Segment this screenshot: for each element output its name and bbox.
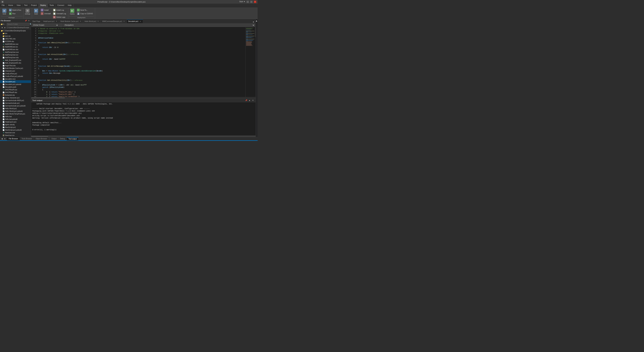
tree-item-root[interactable]: 📁 C:\Users\Alex\Desktop\Scripts: [0, 29, 31, 32]
list-item[interactable]: ⚙ Add4048User.exe: [0, 43, 31, 45]
tab-tools[interactable]: Tools: [48, 4, 56, 7]
list-item[interactable]: 🖼 NewUser.ico: [0, 134, 31, 137]
list-item[interactable]: 📄 NewScript.ps1.psbuild: [0, 129, 31, 131]
tab-decodehr[interactable]: Decodehr.ps1 ✕: [127, 19, 143, 23]
ribbon-btn-copy-cd[interactable]: 💾 Copy to CD/DVD: [76, 12, 94, 15]
ribbon-btn-install[interactable]: ⇓ Install: [40, 8, 52, 12]
list-item[interactable]: 📄 Hello World.ps1: [0, 107, 31, 110]
list-item[interactable]: 📄 16017481.vbs: [0, 37, 31, 40]
scrollbar-thumb[interactable]: [31, 97, 65, 98]
list-item-selected[interactable]: 📄 Decodehr.ps1: [0, 80, 31, 83]
list-item[interactable]: 📄 lightin.wixobj: [0, 123, 31, 126]
list-item[interactable]: 🖼 Add4048User.ico: [0, 45, 31, 48]
forward-icon[interactable]: ►: [4, 26, 6, 29]
tab-output[interactable]: Output: [50, 137, 58, 140]
tree-item-bin[interactable]: 📁 bin: [0, 32, 31, 35]
minimize-button[interactable]: —: [246, 1, 249, 3]
list-item[interactable]: 🖼 AddTempUser.ico: [0, 53, 31, 56]
tree-item-testme[interactable]: 📁 test me: [0, 35, 31, 37]
panel-collapse-icon[interactable]: ◀: [256, 20, 258, 22]
tab-tool-output[interactable]: Tool output: [67, 137, 78, 140]
ribbon-btn-run[interactable]: ▶ Run: [8, 12, 22, 15]
minimap-scrollbar[interactable]: [255, 27, 256, 97]
list-item[interactable]: 📄 Decodehr.psd1: [0, 86, 31, 88]
list-item[interactable]: 📦 Extracted.zip: [0, 94, 31, 96]
list-item[interactable]: 📄 CmdLetTest.ps1: [0, 72, 31, 75]
navigation-selector[interactable]: (Navigation): [63, 24, 255, 27]
tool-output-close-icon[interactable]: ✕: [252, 99, 254, 102]
ribbon-btn-build-run[interactable]: ▶ Build & Run: [8, 8, 22, 12]
list-item[interactable]: 📄 NewScript.ps1: [0, 126, 31, 129]
list-item[interactable]: 📄 ArgonTest.vbs: [0, 64, 31, 67]
style-label[interactable]: Style ▼: [239, 1, 245, 3]
list-item[interactable]: 📄 HelpExport.ps1: [0, 120, 31, 123]
list-item[interactable]: 📄 Add4048User.vbs: [0, 48, 31, 51]
tab-build-module[interactable]: Build Module Cache.ps1 ✕: [59, 19, 83, 23]
list-item[interactable]: 📄 funny character.ps1: [0, 96, 31, 99]
tab-helpexport[interactable]: HelpExport.ps1 ✕: [42, 19, 59, 23]
tool-output-pin-icon[interactable]: 📌: [245, 99, 248, 102]
tab-start-page[interactable]: Start Page: [31, 19, 42, 23]
ribbon-btn-installer-build[interactable]: ▶ Build: [33, 8, 40, 15]
list-item[interactable]: ⚙ Add_EmployeeID.exe: [0, 59, 31, 61]
tab-decodehr-close[interactable]: ✕: [139, 20, 142, 23]
list-item[interactable]: 📄 Hello.bat: [0, 115, 31, 118]
tool-output-expand-icon[interactable]: ▲: [248, 99, 251, 102]
tab-object-browser[interactable]: Object Browser: [34, 137, 49, 140]
list-item[interactable]: 📄 Build Module Cache.ps1: [0, 67, 31, 69]
tab-hello-world[interactable]: Hello World.ps1 ✕: [83, 19, 101, 23]
tool-output-content[interactable]: SAPIEN Package and Deploy Tool 4.2 (c) 2…: [31, 102, 256, 136]
app-icon[interactable]: ■: [1, 1, 4, 3]
horizontal-scrollbar[interactable]: [31, 97, 256, 98]
ribbon-btn-delete-logo[interactable]: 🗑 Delete Logo: [52, 15, 67, 19]
list-item[interactable]: 📄 AddTempUser.vbs: [0, 56, 31, 59]
list-item[interactable]: 📄 Add_EmployeeID.vbs: [0, 61, 31, 64]
list-item[interactable]: ⚙ AddTempUser.exe: [0, 51, 31, 53]
list-item[interactable]: 📄 Hello.bat.psbuild: [0, 118, 31, 120]
tab-tools-browser[interactable]: Tools Browser: [20, 137, 34, 140]
tab-file[interactable]: File: [0, 4, 6, 7]
list-item[interactable]: 📄 Hello World.TempPoint.ps1: [0, 112, 31, 115]
bottom-nav-left[interactable]: ◀: [1, 137, 3, 140]
ribbon-btn-deploy[interactable]: ▶ Deploy: [69, 8, 76, 15]
ribbon-btn-install-log[interactable]: 📄 Install Log: [52, 8, 67, 12]
tab-test[interactable]: Test: [22, 4, 29, 7]
tab-view[interactable]: View: [15, 4, 22, 7]
tab-deploy[interactable]: Deploy: [38, 4, 48, 7]
list-item[interactable]: 📄 GermanInclude-ANSI.ps1: [0, 99, 31, 102]
tab-wmi[interactable]: WMICommandSample.ps1 ✕: [101, 19, 126, 23]
scope-input[interactable]: [59, 24, 62, 27]
ribbon-btn-settings[interactable]: ⚙ Settings: [24, 8, 31, 15]
code-content[interactable]: # Based on winerror.h from Windows 10 SD…: [37, 27, 246, 97]
list-item[interactable]: 📄 decodehr.ms1: [0, 78, 31, 80]
tool-output-scrollbar[interactable]: [31, 136, 256, 137]
tab-helpexport-close[interactable]: ✕: [55, 20, 58, 22]
list-item[interactable]: 📄 5CDDf4.vbs: [0, 40, 31, 43]
list-item[interactable]: ⚙ DHCPReslP.exe: [0, 88, 31, 91]
ribbon-btn-uninstall-log[interactable]: 📄 Uninstall Log: [52, 12, 67, 15]
ribbon-btn-send-to[interactable]: → Send To...: [76, 8, 94, 12]
close-button[interactable]: ✕: [254, 1, 256, 3]
list-item[interactable]: 📄 Decodehr.ps1.psbuild: [0, 83, 31, 86]
tab-wmi-close[interactable]: ✕: [123, 20, 125, 22]
maximize-button[interactable]: □: [250, 1, 252, 3]
ribbon-btn-build-large[interactable]: ▶ Build: [1, 8, 8, 15]
tab-file-browser[interactable]: File Browser: [7, 137, 20, 140]
list-item[interactable]: 📄 character.ps1: [0, 69, 31, 72]
output-scrollbar-thumb[interactable]: [31, 136, 48, 137]
new-folder-icon[interactable]: 📁: [1, 23, 3, 26]
list-item[interactable]: 📄 DHCPReslP.vbs: [0, 91, 31, 94]
tab-help[interactable]: Help: [66, 4, 74, 7]
bottom-nav-right[interactable]: ►: [4, 137, 6, 140]
panel-toggle-right[interactable]: ►: [252, 20, 255, 23]
back-icon[interactable]: ◄: [1, 26, 3, 29]
code-editor[interactable]: 12345678910 11121314151617181920 2122232…: [31, 27, 256, 97]
tab-connect[interactable]: Connect: [56, 4, 66, 7]
tab-build-module-close[interactable]: ✕: [79, 20, 82, 22]
list-item[interactable]: 📄 GermanInclude.ps1.psbuild: [0, 104, 31, 107]
sidebar-close-icon[interactable]: ✕: [28, 19, 30, 22]
tab-project[interactable]: Project: [29, 4, 38, 7]
list-item[interactable]: ⚙ NewUser.exe: [0, 131, 31, 134]
refresh-icon[interactable]: ↻: [3, 23, 4, 26]
tab-debug[interactable]: Debug: [58, 137, 67, 140]
